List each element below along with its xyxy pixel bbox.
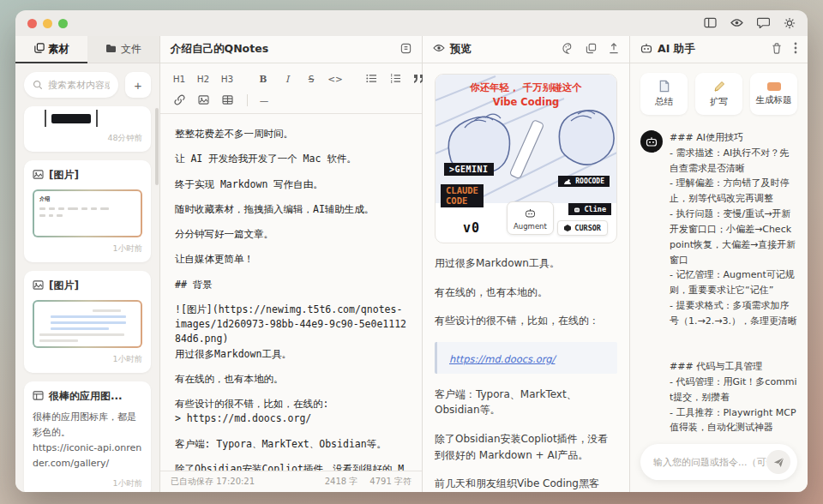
cline-robot-icon <box>574 207 580 213</box>
claude-code-logo: CLAUDECODE <box>441 184 484 207</box>
title-tag-icon <box>767 82 781 91</box>
editor-paragraph: 让 AI 开发给我开发了一个 Mac 软件。 <box>175 152 407 166</box>
editor-statusbar: 已自动保存 17:20:21 2418 字 4791 字符 <box>160 471 422 492</box>
card-timestamp: 48分钟前 <box>33 133 142 144</box>
material-card-list[interactable]: 48分钟前 [图片] 介绍 1小时前 <box>15 105 159 492</box>
editor-paragraph: 除了Obsidian安装Copliot插件，没看到很好的 Markdown + … <box>175 462 407 471</box>
app-window: 素材 文件 + <box>15 10 808 492</box>
h2-button[interactable]: H2 <box>193 69 213 87</box>
preview-paragraph: 有些设计的很不错，比如，在线的： <box>435 313 617 329</box>
editor-paragraph: 整整花费差不多一周时间。 <box>175 127 407 141</box>
comment-icon[interactable] <box>757 17 770 29</box>
card-title-label: 很棒的应用图... <box>49 389 123 404</box>
preview-title: 预览 <box>450 42 472 57</box>
roocode-logo: ROOCODE <box>558 176 610 187</box>
minimize-window-button[interactable] <box>43 19 52 28</box>
send-button[interactable] <box>766 450 790 474</box>
sidebar-tabs: 素材 文件 <box>15 36 159 63</box>
robot-icon <box>640 43 652 56</box>
close-window-button[interactable] <box>27 19 37 28</box>
generate-title-button[interactable]: 生成标题 <box>750 73 797 115</box>
ai-message: ### AI使用技巧 - 需求描述：AI执行不对？先自查需求是否清晰 - 理解偏… <box>670 130 797 435</box>
gear-icon[interactable] <box>784 17 796 29</box>
cline-logo: Cline <box>568 203 611 215</box>
tab-materials[interactable]: 素材 <box>15 36 87 63</box>
eye-icon[interactable] <box>730 17 743 29</box>
ordered-list-icon[interactable] <box>385 69 405 87</box>
kebab-menu-icon[interactable] <box>794 42 797 57</box>
editor-paragraph: ![图片](https://newimg.t5t6.com/qnotes-ima… <box>175 303 407 362</box>
card-thumbnail <box>33 300 142 348</box>
ai-panel-title: AI 助手 <box>658 42 695 57</box>
augment-robot-icon <box>525 208 536 218</box>
autosave-status: 已自动保存 17:20:21 <box>171 476 255 488</box>
summarize-button[interactable]: 总结 <box>640 73 688 115</box>
table-icon[interactable] <box>217 91 237 109</box>
ai-chat-area[interactable]: ### AI使用技巧 - 需求描述：AI执行不对？先自查需求是否清晰 - 理解偏… <box>630 120 808 435</box>
outline-panel-icon[interactable] <box>400 43 412 57</box>
copy-icon[interactable] <box>586 43 597 57</box>
horizontal-rule-button[interactable]: — <box>254 91 274 109</box>
bold-button[interactable]: B <box>253 69 273 87</box>
bullet-list-icon[interactable] <box>361 69 381 87</box>
pencil-icon <box>713 81 725 93</box>
preview-paragraph: 除了Obsidian安装Copliot插件，没看到很好的 Markdown + … <box>435 431 617 463</box>
materials-icon <box>34 43 45 56</box>
gemini-logo: >GEMINI <box>444 163 494 176</box>
material-search[interactable] <box>24 72 118 98</box>
markdown-editor[interactable]: 整整花费差不多一周时间。 让 AI 开发给我开发了一个 Mac 软件。 终于实现… <box>160 114 422 471</box>
material-card[interactable]: [图片] 1小时前 <box>24 271 151 373</box>
blockquote: https://md.doocs.org/ <box>435 342 617 374</box>
theme-icon[interactable] <box>562 43 574 57</box>
sidebar-layout-icon[interactable] <box>704 17 717 29</box>
preview-paragraph: 用过很多Markdown工具。 <box>435 255 617 272</box>
maximize-window-button[interactable] <box>58 19 68 28</box>
ai-prompt-input[interactable] <box>653 457 766 468</box>
augment-logo: Augment <box>507 201 554 235</box>
editor-paragraph: 有些设计的很不错，比如，在线的: > https://md.doocs.org/ <box>175 397 407 427</box>
insert-image-icon[interactable] <box>193 91 213 109</box>
eye-icon <box>433 43 445 56</box>
doocs-link[interactable]: https://md.doocs.org/ <box>449 353 555 365</box>
material-card[interactable]: 48分钟前 <box>24 106 151 152</box>
ai-quick-actions: 总结 扩写 生成标题 <box>630 63 808 120</box>
preview-content[interactable]: 你还年轻， 千万别碰这个 Vibe Coding >GEMINI ROOCODE… <box>423 63 629 492</box>
image-icon <box>33 280 44 292</box>
card-timestamp: 1小时前 <box>33 478 142 489</box>
h1-button[interactable]: H1 <box>169 69 189 87</box>
traffic-lights <box>27 19 68 28</box>
export-icon[interactable] <box>609 43 619 57</box>
preview-paragraph: 客户端：Typora、MarkText、Obsidian等。 <box>435 387 617 418</box>
card-timestamp: 1小时前 <box>33 354 142 365</box>
search-icon <box>33 77 43 93</box>
h3-button[interactable]: H3 <box>217 69 237 87</box>
add-material-button[interactable]: + <box>125 72 151 98</box>
editor-paragraph: 随时收藏素材，拖拽插入编辑，AI辅助生成。 <box>175 202 407 217</box>
sidebar-scrollbar[interactable] <box>155 108 159 185</box>
card-timestamp: 1小时前 <box>33 243 142 255</box>
material-card[interactable]: 很棒的应用图... 很棒的应用图标库，都是彩色的。 https://iconic… <box>24 381 151 492</box>
image-icon <box>33 170 44 182</box>
cursor-diamond-icon <box>564 225 571 231</box>
titlebar <box>15 10 808 36</box>
strikethrough-button[interactable]: S <box>301 69 321 87</box>
preview-panel: 预览 <box>423 36 630 492</box>
link-icon[interactable] <box>169 91 189 109</box>
card-thumbnail <box>45 110 142 127</box>
trash-icon[interactable] <box>772 43 782 57</box>
material-card[interactable]: [图片] 介绍 1小时前 <box>24 160 151 262</box>
tab-files[interactable]: 文件 <box>87 36 159 63</box>
note-icon <box>33 391 44 403</box>
word-count: 2418 字 <box>325 476 358 488</box>
char-count: 4791 字符 <box>369 476 412 488</box>
preview-image[interactable]: 你还年轻， 千万别碰这个 Vibe Coding >GEMINI ROOCODE… <box>435 74 617 243</box>
code-button[interactable]: <> <box>325 69 345 87</box>
tab-materials-label: 素材 <box>49 42 69 57</box>
kangaroo-icon <box>563 178 572 185</box>
v0-logo: v0 <box>463 220 480 236</box>
expand-writing-button[interactable]: 扩写 <box>695 73 742 115</box>
search-input[interactable] <box>48 80 110 91</box>
preview-paragraph: 有在线的，也有本地的。 <box>435 285 617 301</box>
italic-button[interactable]: I <box>277 69 297 87</box>
editor-paragraph: 分分钟写好一篇文章。 <box>175 227 407 242</box>
